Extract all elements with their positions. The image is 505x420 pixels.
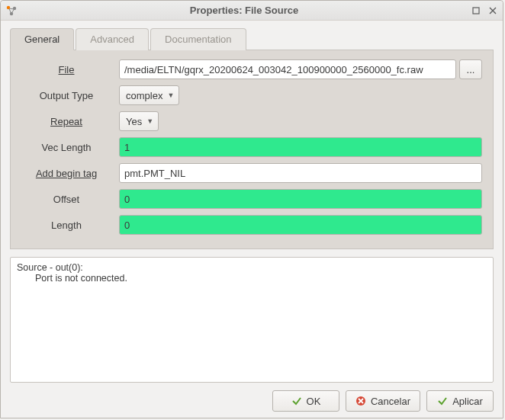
window-title: Properties: File Source [22, 5, 466, 16]
repeat-value: Yes [126, 116, 142, 127]
maximize-icon[interactable] [471, 5, 481, 16]
chevron-down-icon: ▼ [167, 91, 174, 99]
cancel-button[interactable]: Cancelar [346, 390, 420, 412]
label-output-type: Output Type [21, 90, 119, 101]
file-input[interactable] [119, 59, 456, 79]
label-offset: Offset [21, 194, 119, 205]
tab-general[interactable]: General [10, 28, 74, 50]
cancel-label: Cancelar [371, 396, 410, 407]
add-begin-tag-input[interactable] [119, 163, 482, 183]
titlebar: Properties: File Source [1, 1, 503, 21]
svg-point-2 [10, 11, 13, 14]
apply-label: Aplicar [452, 396, 483, 407]
app-icon [5, 5, 18, 17]
check-icon [437, 396, 448, 406]
apply-button[interactable]: Aplicar [426, 390, 494, 412]
check-icon [291, 396, 302, 406]
log-line: Source - out(0): [17, 262, 487, 273]
dialog-body: General Advanced Documentation File ... … [1, 21, 503, 418]
log-line: Port is not connected. [17, 273, 487, 284]
repeat-select[interactable]: Yes ▼ [119, 111, 159, 131]
message-log: Source - out(0): Port is not connected. [10, 257, 494, 383]
label-add-begin-tag: Add begin tag [21, 168, 119, 179]
offset-input[interactable] [119, 189, 482, 209]
label-vec-length: Vec Length [21, 142, 119, 153]
label-length: Length [21, 220, 119, 231]
output-type-value: complex [126, 90, 162, 101]
label-file: File [21, 64, 119, 75]
button-bar: OK Cancelar Aplicar [10, 383, 494, 412]
cancel-icon [355, 396, 366, 406]
tab-panel-general: File ... Output Type complex ▼ Repeat [10, 50, 494, 249]
chevron-down-icon: ▼ [146, 117, 153, 125]
svg-rect-3 [473, 8, 479, 14]
close-icon[interactable] [487, 5, 498, 16]
vec-length-input[interactable] [119, 137, 482, 157]
tab-advanced[interactable]: Advanced [76, 28, 149, 50]
ok-button[interactable]: OK [272, 390, 339, 412]
length-input[interactable] [119, 215, 482, 235]
ok-label: OK [307, 396, 321, 407]
window-controls [471, 5, 498, 16]
tab-documentation[interactable]: Documentation [150, 28, 246, 50]
file-browse-button[interactable]: ... [459, 59, 482, 79]
properties-dialog: Properties: File Source General Advanced… [0, 0, 503, 418]
label-repeat: Repeat [21, 116, 119, 127]
tabs: General Advanced Documentation [10, 28, 494, 50]
output-type-select[interactable]: complex ▼ [119, 85, 179, 105]
